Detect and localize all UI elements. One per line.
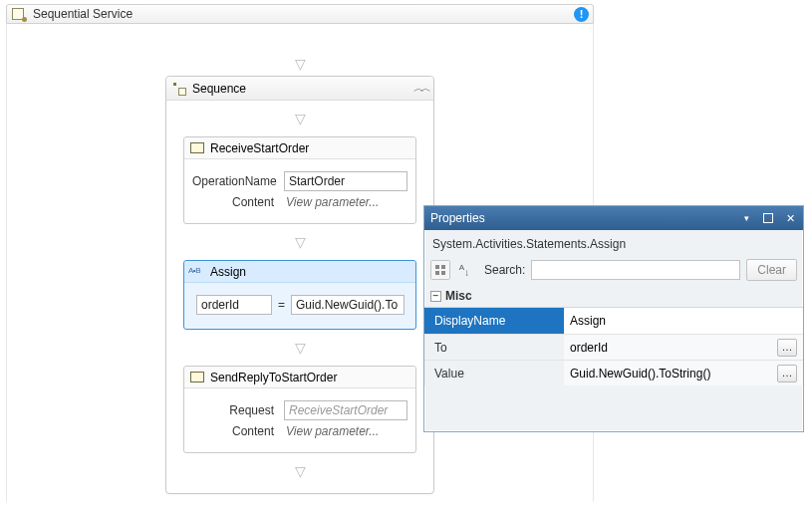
property-value: Guid.NewGuid().ToString() <box>570 367 710 381</box>
property-value: Assign <box>570 314 606 328</box>
request-input[interactable]: ReceiveStartOrder <box>284 400 407 420</box>
reply-view-parameter-link[interactable]: View parameter... <box>284 424 379 438</box>
titlebar-icons <box>739 211 797 225</box>
sendreply-body: Request ReceiveStartOrder Content View p… <box>184 388 415 452</box>
reply-content-label: Content <box>192 424 284 438</box>
properties-type-label: System.Activities.Statements.Assign <box>424 230 803 257</box>
ellipsis-button[interactable] <box>777 365 797 382</box>
receive-body: OperationName StartOrder Content View pa… <box>184 159 415 223</box>
reply-content-row: Content View parameter... <box>192 424 407 438</box>
drop-connector-icon[interactable]: ▽ <box>295 463 306 479</box>
property-value-cell[interactable]: Guid.NewGuid().ToString() <box>564 361 803 385</box>
content-row: Content View parameter... <box>192 195 407 209</box>
close-icon[interactable] <box>783 211 797 225</box>
sequence-activity[interactable]: Sequence ︿︿ ▽ ReceiveStartOrder Operatio… <box>165 76 434 494</box>
search-input[interactable] <box>531 260 740 280</box>
categorized-button[interactable] <box>431 261 449 279</box>
content-label: Content <box>192 195 284 209</box>
property-row-displayname[interactable]: DisplayName Assign <box>424 308 803 334</box>
expand-collapse-icon[interactable]: − <box>430 291 441 302</box>
sequence-title: Sequence <box>192 82 246 96</box>
sendreply-activity[interactable]: SendReplyToStartOrder Request ReceiveSta… <box>183 366 416 453</box>
property-value-cell[interactable]: Assign <box>564 308 803 334</box>
search-label: Search: <box>484 263 525 277</box>
sequence-body[interactable]: ▽ ReceiveStartOrder OperationName StartO… <box>166 101 433 493</box>
operation-name-input[interactable]: StartOrder <box>284 171 407 191</box>
property-grid: DisplayName Assign To orderId Value Guid… <box>424 307 803 385</box>
property-name: Value <box>424 361 564 385</box>
assign-activity[interactable]: Assign orderId = Guid.NewGuid().To <box>183 260 416 330</box>
alphabetical-sort-button[interactable] <box>456 261 474 279</box>
maximize-icon[interactable] <box>761 211 775 225</box>
properties-panel[interactable]: Properties System.Activities.Statements.… <box>423 205 804 432</box>
request-label: Request <box>192 403 284 417</box>
request-row: Request ReceiveStartOrder <box>192 400 407 420</box>
property-value-cell[interactable]: orderId <box>564 335 803 360</box>
drop-connector-icon[interactable]: ▽ <box>295 56 306 72</box>
service-title: Sequential Service <box>33 7 133 21</box>
assign-icon <box>190 265 204 279</box>
properties-title: Properties <box>430 211 485 225</box>
assign-row: orderId = Guid.NewGuid().To <box>192 291 407 319</box>
view-mode-group <box>430 260 450 280</box>
assign-to-input[interactable]: orderId <box>196 295 272 315</box>
property-name: To <box>424 335 564 360</box>
drop-connector-icon[interactable]: ▽ <box>295 340 306 356</box>
drop-connector-icon[interactable]: ▽ <box>295 111 306 127</box>
assign-value-input[interactable]: Guid.NewGuid().To <box>291 295 405 315</box>
receive-activity[interactable]: ReceiveStartOrder OperationName StartOrd… <box>183 136 416 224</box>
collapse-icon[interactable]: ︿︿ <box>413 81 427 96</box>
service-header[interactable]: Sequential Service ! <box>6 4 594 24</box>
property-name: DisplayName <box>424 308 564 334</box>
assign-body: orderId = Guid.NewGuid().To <box>184 283 415 329</box>
properties-toolbar: Search: Clear <box>424 257 803 289</box>
operation-name-label: OperationName <box>192 174 284 188</box>
operation-name-row: OperationName StartOrder <box>192 171 407 191</box>
properties-titlebar[interactable]: Properties <box>424 206 803 230</box>
clear-button[interactable]: Clear <box>746 259 797 281</box>
assign-header[interactable]: Assign <box>184 261 415 283</box>
assign-title: Assign <box>210 265 246 279</box>
category-header[interactable]: − Misc <box>424 289 803 307</box>
receive-title: ReceiveStartOrder <box>210 141 309 155</box>
property-value: orderId <box>570 341 608 355</box>
sequence-header[interactable]: Sequence ︿︿ <box>166 77 433 101</box>
sequence-icon <box>172 82 186 96</box>
equals-label: = <box>278 298 285 312</box>
receive-header[interactable]: ReceiveStartOrder <box>184 137 415 159</box>
sendreply-icon <box>190 371 204 384</box>
receive-icon <box>190 141 204 155</box>
sendreply-header[interactable]: SendReplyToStartOrder <box>184 367 415 388</box>
ellipsis-button[interactable] <box>777 339 797 357</box>
view-parameter-link[interactable]: View parameter... <box>284 195 379 209</box>
drop-connector-icon[interactable]: ▽ <box>295 234 306 250</box>
validation-alert-icon[interactable]: ! <box>574 7 589 22</box>
property-row-value[interactable]: Value Guid.NewGuid().ToString() <box>424 360 803 385</box>
category-label: Misc <box>445 289 472 303</box>
window-position-icon[interactable] <box>739 211 753 225</box>
sendreply-title: SendReplyToStartOrder <box>210 371 337 384</box>
sequential-service-icon <box>11 6 27 22</box>
property-row-to[interactable]: To orderId <box>424 334 803 360</box>
